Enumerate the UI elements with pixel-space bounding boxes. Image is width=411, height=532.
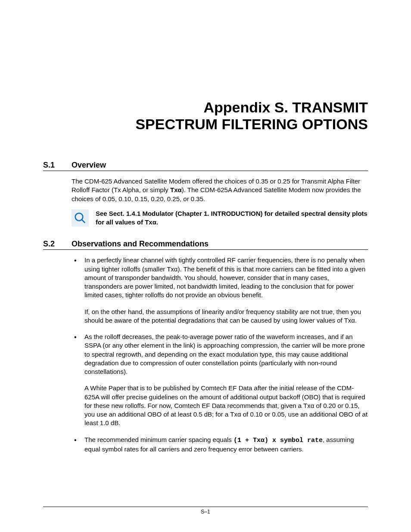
text-run-mono: (1 + Txα) x symbol rate [234, 437, 323, 444]
list-item: As the rolloff decreases, the peak-to-av… [72, 333, 368, 428]
text-run: If, on the other hand, the assumptions o… [84, 308, 368, 325]
section-title: Overview [72, 161, 106, 170]
section-heading-s1: S.1 Overview [43, 161, 368, 171]
text-run-bold: Txα [170, 186, 182, 193]
text-run: As the rolloff decreases, the peak-to-av… [84, 333, 365, 375]
magnifier-icon [72, 209, 89, 227]
svg-line-1 [82, 220, 85, 223]
svg-point-0 [75, 213, 83, 221]
list-item: In a perfectly linear channel with tight… [72, 256, 368, 325]
title-line2: SPECTRUM FILTERING OPTIONS [43, 116, 368, 133]
note-callout: See Sect. 1.4.1 Modulator (Chapter 1. IN… [72, 209, 368, 227]
title-line1: Appendix S. TRANSMIT [43, 99, 368, 116]
note-text: See Sect. 1.4.1 Modulator (Chapter 1. IN… [96, 209, 368, 227]
section-heading-s2: S.2 Observations and Recommendations [43, 240, 368, 250]
page-number: S–1 [201, 509, 210, 515]
section-number: S.2 [43, 240, 72, 249]
section-title: Observations and Recommendations [72, 240, 209, 249]
bullet-list: In a perfectly linear channel with tight… [72, 256, 368, 454]
appendix-title: Appendix S. TRANSMIT SPECTRUM FILTERING … [43, 99, 368, 133]
section-number: S.1 [43, 161, 72, 170]
s1-paragraph: The CDM-625 Advanced Satellite Modem off… [72, 177, 368, 203]
list-item: The recommended minimum carrier spacing … [72, 436, 368, 454]
text-run: The recommended minimum carrier spacing … [84, 436, 234, 443]
page-footer: S–1 [43, 507, 368, 515]
text-run: In a perfectly linear channel with tight… [84, 256, 365, 299]
text-run: A White Paper that is to be published by… [84, 384, 368, 427]
